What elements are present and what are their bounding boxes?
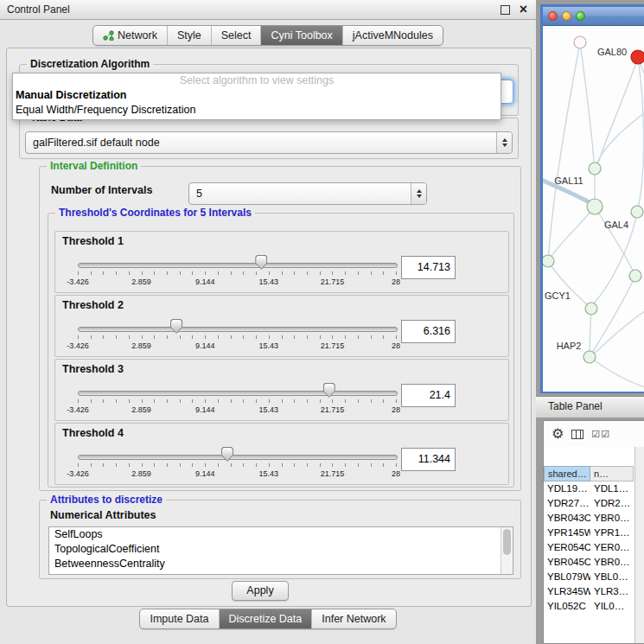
- network-node[interactable]: [543, 255, 554, 267]
- tab-style[interactable]: Style: [167, 26, 211, 45]
- tab-select[interactable]: Select: [211, 26, 261, 45]
- network-node[interactable]: [587, 199, 603, 214]
- attributes-scrollbar[interactable]: [501, 527, 513, 574]
- scale-label: 15.43: [259, 341, 279, 350]
- minimize-traffic-light-icon[interactable]: [562, 11, 571, 21]
- network-canvas[interactable]: GAL80 GAL11 GAL4 GCY1 HAP2: [543, 26, 644, 392]
- zoom-traffic-light-icon[interactable]: [576, 11, 585, 21]
- control-panel-window: Control Panel × NetworkStyleSelectCyni T…: [0, 0, 536, 644]
- table-row[interactable]: YDL19…YDL1…: [544, 481, 634, 496]
- table-row[interactable]: YBR045CYBR0…: [544, 555, 634, 570]
- control-panel-titlebar: Control Panel ×: [0, 0, 536, 20]
- table-data-select[interactable]: galFiltered.sif default node: [25, 131, 513, 154]
- table-header-row: shared… n…: [544, 466, 634, 481]
- scale-label: 2.859: [131, 277, 151, 286]
- node-label-gal4: GAL4: [604, 220, 628, 230]
- network-node[interactable]: [631, 206, 643, 218]
- attribute-item[interactable]: SelfLoops: [49, 527, 513, 542]
- threshold-value-field[interactable]: 11.344: [401, 448, 456, 471]
- table-row[interactable]: YBL079WYBL0…: [544, 570, 634, 584]
- threshold-slider[interactable]: -3.4262.8599.14415.4321.71528: [78, 254, 396, 290]
- cell-shared-name: YBR043C: [544, 511, 590, 526]
- table-row[interactable]: YIL052CYIL0…: [544, 599, 634, 614]
- undock-icon[interactable]: [501, 5, 510, 15]
- dropdown-option-equal-width-frequency[interactable]: Equal Width/Frequency Discretization: [13, 103, 501, 118]
- cell-shared-name: YDR27…: [544, 496, 590, 511]
- tab-jactivemnodules[interactable]: jActiveMNodules: [342, 26, 443, 45]
- top-tab-bar: NetworkStyleSelectCyni ToolboxjActiveMNo…: [0, 25, 536, 46]
- attribute-item[interactable]: TopologicalCoefficient: [49, 542, 513, 557]
- apply-button[interactable]: Apply: [232, 581, 289, 601]
- gear-icon[interactable]: ⚙: [552, 427, 564, 441]
- slider-track[interactable]: [78, 455, 398, 460]
- stepper-icon[interactable]: [411, 183, 426, 204]
- network-node[interactable]: [574, 36, 586, 48]
- node-label-gal11: GAL11: [554, 175, 583, 186]
- tab-label: Select: [221, 29, 252, 41]
- network-node[interactable]: [583, 351, 596, 363]
- close-traffic-light-icon[interactable]: [548, 11, 558, 21]
- network-node-selected[interactable]: [631, 50, 644, 64]
- stepper-icon[interactable]: [496, 132, 512, 153]
- table-data-value: galFiltered.sif default node: [33, 132, 160, 153]
- threshold-slider[interactable]: -3.4262.8599.14415.4321.71528: [78, 446, 396, 482]
- scale-label: 2.859: [131, 341, 151, 350]
- table-scrollbar[interactable]: [634, 447, 644, 643]
- scale-label: 15.43: [259, 277, 279, 286]
- number-of-intervals-select[interactable]: 5: [188, 182, 427, 205]
- column-header-shared-name[interactable]: shared…: [544, 466, 590, 481]
- table-panel-window: ⚙ ☑☑ shared… n… YDL19…YDL1…YDR27…YDR2…YB…: [543, 420, 644, 644]
- cell-shared-name: YLR345W: [544, 584, 590, 599]
- cell-shared-name: YER054C: [544, 540, 590, 555]
- checkbox-icon[interactable]: ☑☑: [591, 430, 610, 439]
- slider-track[interactable]: [78, 327, 398, 332]
- node-label-hap2: HAP2: [557, 341, 582, 351]
- table-row[interactable]: YDR27…YDR2…: [544, 496, 634, 511]
- table-body: YDL19…YDL1…YDR27…YDR2…YBR043CYBR0…YPR145…: [544, 481, 634, 614]
- close-icon[interactable]: ×: [520, 1, 527, 18]
- cell-shared-name: YBR045C: [544, 555, 590, 570]
- table-row[interactable]: YBR043CYBR0…: [544, 511, 634, 526]
- network-node[interactable]: [585, 303, 597, 315]
- scale-label: -3.426: [67, 277, 89, 286]
- column-header-name[interactable]: n…: [590, 466, 634, 481]
- bottom-tab-discretize-data[interactable]: Discretize Data: [219, 609, 312, 628]
- threshold-value-field[interactable]: 6.316: [401, 320, 456, 343]
- discretization-algorithm-title: Discretization Algorithm: [27, 58, 153, 70]
- table-row[interactable]: YPR145WYPR1…: [544, 526, 634, 540]
- threshold-slider[interactable]: -3.4262.8599.14415.4321.71528: [78, 382, 396, 418]
- threshold-value-field[interactable]: 21.4: [401, 384, 456, 407]
- scale-label: 28: [392, 469, 400, 478]
- network-node[interactable]: [589, 163, 601, 175]
- numerical-attributes-list[interactable]: SelfLoopsTopologicalCoefficientBetweenne…: [48, 526, 513, 575]
- top-tabs: NetworkStyleSelectCyni ToolboxjActiveMNo…: [92, 25, 443, 46]
- tab-network[interactable]: Network: [93, 26, 167, 45]
- slider-track[interactable]: [78, 391, 398, 396]
- scale-label: 21.715: [321, 405, 345, 414]
- slider-ticks: [78, 335, 396, 340]
- slider-ticks: [78, 463, 396, 468]
- dropdown-option-manual-discretization[interactable]: Manual Discretization: [13, 88, 501, 103]
- network-window-titlebar[interactable]: [543, 7, 644, 26]
- table-row[interactable]: YER054CYER0…: [544, 540, 634, 555]
- scale-label: 28: [392, 341, 400, 350]
- tab-label: Network: [118, 29, 157, 41]
- threshold-slider[interactable]: -3.4262.8599.14415.4321.71528: [78, 318, 396, 354]
- bottom-tab-infer-network[interactable]: Infer Network: [311, 609, 395, 628]
- table-row[interactable]: YLR345WYLR3…: [544, 584, 634, 599]
- tab-label: Impute Data: [150, 613, 208, 625]
- scale-label: 15.43: [259, 405, 279, 414]
- cell-shared-name: YBL079W: [544, 570, 590, 584]
- dropdown-prompt[interactable]: Select algorithm to view settings: [13, 73, 501, 88]
- bottom-tab-impute-data[interactable]: Impute Data: [140, 609, 218, 628]
- table-panel-titlebar: Table Panel: [536, 396, 644, 418]
- attribute-item[interactable]: BetweennessCentrality: [49, 557, 513, 571]
- scrollbar-thumb[interactable]: [503, 529, 511, 555]
- tab-cyni-toolbox[interactable]: Cyni Toolbox: [260, 26, 341, 45]
- network-node[interactable]: [629, 270, 641, 282]
- cell-name: YER0…: [590, 540, 634, 555]
- slider-track[interactable]: [78, 263, 398, 268]
- threshold-value-field[interactable]: 14.713: [401, 256, 456, 279]
- screen: Control Panel × NetworkStyleSelectCyni T…: [0, 0, 644, 644]
- columns-icon[interactable]: [571, 430, 583, 439]
